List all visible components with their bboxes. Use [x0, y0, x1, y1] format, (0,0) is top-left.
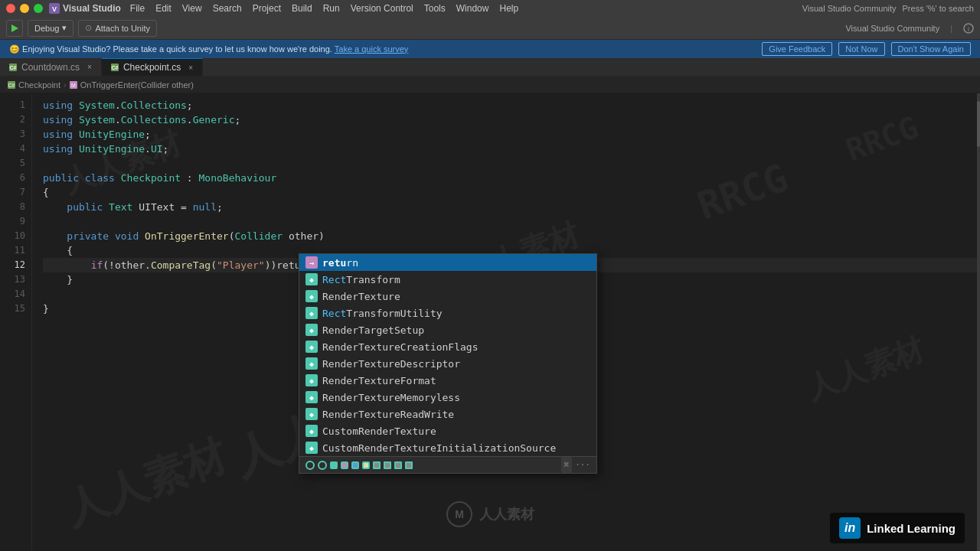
line-num-6: 6: [0, 171, 25, 185]
ac-footer-icon-4: [341, 461, 348, 469]
line-num-14: 14: [0, 287, 25, 302]
tabs-bar: C# Countdown.cs × C# Checkpoint.cs ×: [0, 58, 980, 77]
ac-footer-icon-3: [330, 461, 338, 469]
title-bar-right: Visual Studio Community Press '%' to sea…: [802, 4, 974, 13]
autocomplete-dropdown[interactable]: → return ◆ RectTransform ◆ RenderTexture…: [299, 253, 597, 474]
ac-label-rendertexture: RenderTexture: [322, 289, 400, 304]
ac-label-rendertextureformat: RenderTextureFormat: [322, 373, 436, 388]
menu-help[interactable]: Help: [499, 3, 518, 14]
ac-icon-class-8: ◆: [305, 391, 318, 403]
ac-item-rendertextureformat[interactable]: ◆ RenderTextureFormat: [299, 372, 596, 389]
menu-search[interactable]: Search: [213, 3, 242, 14]
scrollbar-thumb[interactable]: [977, 101, 980, 147]
cs-file-icon-active: C#: [111, 64, 119, 71]
line-num-10: 10: [0, 229, 25, 243]
ac-icon-class: ◆: [305, 273, 318, 285]
svg-text:C#: C#: [10, 65, 17, 70]
breadcrumb-sep1: ›: [64, 80, 67, 90]
title-bar: V Visual Studio File Edit View Search Pr…: [0, 0, 980, 17]
notification-text: 😊 Enjoying Visual Studio? Please take a …: [9, 44, 756, 54]
community-label: Visual Studio Community: [845, 24, 939, 33]
ac-footer-icon-2: [318, 461, 327, 470]
ac-item-rendertexture[interactable]: ◆ RenderTexture: [299, 288, 596, 305]
svg-text:i: i: [968, 25, 969, 33]
menu-tools[interactable]: Tools: [424, 3, 446, 14]
dont-show-again-button[interactable]: Don't Show Again: [891, 42, 972, 56]
info-icon: i: [963, 23, 974, 34]
code-line-3: using UnityEngine ;: [43, 127, 980, 142]
attach-to-unity-button[interactable]: ⊙ Attach to Unity: [78, 20, 157, 37]
menu-project[interactable]: Project: [253, 3, 281, 14]
ac-item-rendertargetsetup[interactable]: ◆ RenderTargetSetup: [299, 321, 596, 338]
menu-edit[interactable]: Edit: [155, 3, 172, 14]
ac-label-recttransformutility: RectTransformUtility: [322, 306, 443, 321]
code-line-4: using UnityEngine . UI ;: [43, 142, 980, 156]
ac-footer-icon-6: [362, 461, 370, 469]
line-num-2: 2: [0, 112, 25, 127]
play-button[interactable]: [6, 20, 23, 37]
scrollbar[interactable]: [977, 93, 980, 551]
code-line-2: using System . Collections . Generic ;: [43, 112, 980, 127]
ac-footer-icon-7: [373, 461, 381, 469]
maximize-button[interactable]: [34, 4, 43, 13]
shortcut-ellipsis: ···: [575, 458, 590, 472]
ac-item-return[interactable]: → return: [299, 254, 596, 271]
line-numbers: 1 2 3 4 5 6 7 8 9 10 11 12 13 14 15: [0, 93, 32, 551]
line-num-4: 4: [0, 142, 25, 156]
breadcrumb-cs-icon: C#: [8, 81, 15, 89]
not-now-button[interactable]: Not Now: [838, 42, 884, 56]
vs-community-label: Visual Studio Community: [802, 4, 897, 13]
debug-chevron: ▾: [62, 23, 67, 33]
ac-item-rendertexturecreationflags[interactable]: ◆ RenderTextureCreationFlags: [299, 338, 596, 355]
menu-build[interactable]: Build: [292, 3, 312, 14]
debug-dropdown[interactable]: Debug ▾: [28, 20, 74, 37]
tab-checkpoint-close[interactable]: ×: [188, 64, 193, 72]
ac-label-rendertargetsetup: RenderTargetSetup: [322, 323, 424, 337]
ac-item-rendertexturememoryless[interactable]: ◆ RenderTextureMemoryless: [299, 389, 596, 406]
tab-checkpoint[interactable]: C# Checkpoint.cs ×: [102, 58, 203, 76]
tab-countdown-close[interactable]: ×: [87, 63, 92, 71]
ac-keyboard-shortcut: ⌘ ···: [561, 457, 591, 473]
ac-item-customrendertexture[interactable]: ◆ CustomRenderTexture: [299, 422, 596, 439]
ac-footer-icon-9: [394, 461, 402, 469]
breadcrumb-class[interactable]: Checkpoint: [18, 80, 60, 90]
code-line-7: {: [43, 185, 980, 200]
menu-view[interactable]: View: [182, 3, 202, 14]
give-feedback-button[interactable]: Give Feedback: [762, 42, 832, 56]
tab-countdown[interactable]: C# Countdown.cs ×: [0, 58, 102, 76]
menu-version-control[interactable]: Version Control: [351, 3, 413, 14]
line-num-3: 3: [0, 127, 25, 142]
menu-run[interactable]: Run: [323, 3, 340, 14]
play-icon: [11, 24, 18, 32]
search-shortcut: Press '%' to search: [903, 4, 974, 13]
code-area[interactable]: using System . Collections ; using Syste…: [32, 93, 980, 551]
code-line-1: using System . Collections ;: [43, 98, 980, 112]
ac-item-rendertexturereadwrite[interactable]: ◆ RenderTextureReadWrite: [299, 406, 596, 422]
line-num-5: 5: [0, 156, 25, 171]
survey-link[interactable]: Take a quick survey: [335, 44, 409, 54]
ac-footer-icon-8: [384, 461, 391, 469]
ac-footer-icon-5: [351, 461, 359, 469]
ac-icon-class-10: ◆: [305, 425, 318, 437]
menu-file[interactable]: File: [130, 3, 145, 14]
svg-text:C#: C#: [111, 65, 118, 70]
svg-text:V: V: [52, 5, 57, 13]
shortcut-key: ⌘: [561, 457, 573, 473]
app-name: Visual Studio: [63, 3, 121, 14]
code-line-8: public Text UIText = null ;: [43, 200, 980, 214]
breadcrumb-method[interactable]: OnTriggerEnter(Collider other): [80, 80, 194, 90]
minimize-button[interactable]: [20, 4, 29, 13]
ac-icon-class-6: ◆: [305, 357, 318, 370]
ac-footer-icon-10: [405, 461, 413, 469]
ac-item-customrendertextureinit[interactable]: ◆ CustomRenderTextureInitializationSourc…: [299, 439, 596, 456]
close-button[interactable]: [6, 4, 15, 13]
menu-window[interactable]: Window: [456, 3, 489, 14]
ac-icon-return: →: [305, 256, 318, 269]
ac-icon-class-7: ◆: [305, 374, 318, 386]
attach-label: Attach to Unity: [95, 24, 150, 33]
ac-item-recttransform[interactable]: ◆ RectTransform: [299, 271, 596, 288]
line-num-15: 15: [0, 302, 25, 316]
ac-item-recttransformutility[interactable]: ◆ RectTransformUtility: [299, 305, 596, 321]
ac-item-rendertexturedescriptor[interactable]: ◆ RenderTextureDescriptor: [299, 355, 596, 372]
unity-icon: ⊙: [85, 23, 92, 33]
